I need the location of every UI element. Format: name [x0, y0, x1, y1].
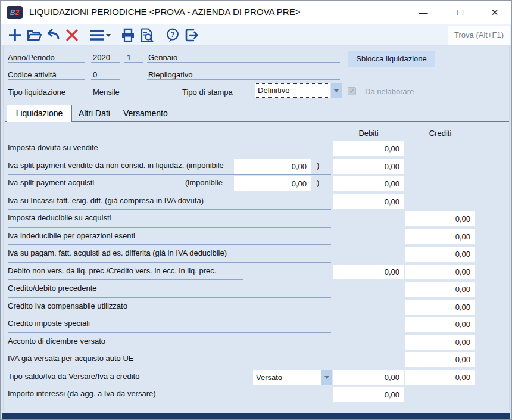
codice-attivita-label: Codice attività [8, 70, 57, 79]
row-label: Importo interessi (da agg. a Iva da vers… [8, 389, 156, 398]
print-icon[interactable] [118, 26, 138, 44]
field-underline [124, 62, 143, 63]
table-row: Iva su Incassi fatt. esig. diff. (già co… [1, 193, 512, 211]
maximize-button[interactable]: □ [450, 4, 470, 21]
row-label: Imposta deducibile su acquisti [8, 213, 111, 222]
find-button[interactable]: Trova (Alt+F1) [448, 26, 510, 45]
crediti-column-header: Crediti [405, 129, 475, 138]
paren-close: ) [317, 178, 319, 187]
svg-text:?: ? [170, 30, 174, 39]
table-row: IVA già versata per acquisto auto UE 0,0… [1, 351, 512, 369]
debiti-field[interactable]: 0,00 [333, 159, 404, 174]
tab-altri-dati[interactable]: Altri Dati [79, 108, 110, 118]
chevron-down-icon [106, 34, 111, 37]
mese-field[interactable]: Gennaio [148, 53, 177, 62]
crediti-field[interactable]: 0,00 [405, 300, 475, 315]
crediti-field[interactable]: 0,00 [405, 352, 475, 367]
row-label: Iva split payment vendite da non consid.… [8, 161, 233, 170]
table-row: Importo interessi (da agg. a Iva da vers… [1, 386, 512, 404]
close-button[interactable]: ✕ [485, 4, 505, 21]
delete-icon[interactable] [63, 26, 82, 44]
row-underline [8, 157, 331, 157]
table-row: Iva split payment vendite da non consid.… [1, 158, 512, 176]
row-underline [8, 227, 331, 228]
debiti-field[interactable]: 0,00 [333, 265, 404, 279]
tipo-stampa-dropdown[interactable]: Definitivo [255, 83, 330, 98]
chevron-down-icon[interactable] [321, 370, 332, 385]
undo-icon[interactable] [43, 26, 63, 44]
new-icon[interactable] [5, 26, 24, 44]
crediti-field[interactable]: 0,00 [405, 247, 475, 262]
row-label: Iva indeducibile per operazioni esenti [8, 231, 135, 240]
anno-field[interactable]: 2020 [93, 53, 110, 62]
crediti-field[interactable]: 0,00 [405, 229, 475, 244]
debiti-field[interactable]: 0,00 [333, 194, 404, 209]
chevron-down-icon[interactable] [331, 83, 342, 98]
sblocca-liquidazione-button[interactable]: Sblocca liquidazione [348, 51, 435, 67]
row-underline [8, 315, 331, 315]
window-title: LIQUIDAZIONI PERIODICHE <PROVA - AZIENDA… [29, 7, 300, 17]
field-underline [91, 97, 143, 97]
content-edge [3, 46, 4, 411]
crediti-field[interactable]: 0,00 [405, 370, 475, 385]
title-bar: B2 LIQUIDAZIONI PERIODICHE <PROVA - AZIE… [1, 1, 511, 24]
row-underline [8, 350, 331, 350]
periodo-field[interactable]: 1 [127, 53, 131, 62]
app-logo-icon: B2 [7, 6, 23, 19]
imponibile-field[interactable]: 0,00 [234, 176, 311, 191]
debiti-field[interactable]: 0,00 [333, 387, 404, 402]
field-underline [8, 97, 85, 97]
row-underline [8, 297, 331, 298]
row-label: Acconto di dicembre versato [8, 337, 105, 346]
minimize-button[interactable]: — [413, 4, 433, 21]
crediti-field[interactable]: 0,00 [405, 265, 475, 279]
row-label: Credito imposte speciali [8, 319, 90, 328]
crediti-field[interactable]: 0,00 [405, 317, 475, 332]
crediti-field[interactable]: 0,00 [405, 211, 475, 226]
open-folder-icon[interactable] [24, 26, 43, 44]
field-underline [91, 79, 120, 80]
table-row: Debito non vers. da liq. prec./Credito v… [1, 263, 512, 281]
tab-liquidazione[interactable]: Liquidazione [7, 105, 72, 122]
table-row: Iva split payment acquisti (imponibile 0… [1, 175, 512, 193]
row-underline [8, 332, 331, 333]
row-label: Iva split payment acquisti [8, 178, 94, 187]
app-window: B2 LIQUIDAZIONI PERIODICHE <PROVA - AZIE… [0, 0, 512, 420]
row-underline [8, 174, 331, 175]
table-row: Tipo saldo/Iva da Versare/Iva a credito … [1, 369, 512, 387]
tipo-liquidazione-field[interactable]: Mensile [93, 88, 120, 97]
bottom-status-bar [2, 413, 510, 419]
row-label-2: (imponibile [185, 178, 234, 187]
row-label: Credito Iva compensabile utilizzato [8, 301, 127, 310]
tipo-liquidazione-label: Tipo liquidazione [8, 88, 65, 97]
menu-icon[interactable] [88, 26, 112, 44]
tipo-saldo-dropdown[interactable]: Versato [253, 370, 321, 385]
crediti-field[interactable]: 0,00 [405, 335, 475, 350]
field-underline [91, 62, 120, 63]
exit-icon[interactable] [182, 26, 201, 44]
help-icon[interactable]: ? [163, 26, 182, 44]
imponibile-field[interactable]: 0,00 [234, 159, 311, 174]
field-underline [8, 62, 85, 63]
row-underline [8, 279, 243, 280]
toolbar-separator [115, 28, 115, 42]
table-row: Iva su pagam. fatt. acquisti ad es. diff… [1, 245, 512, 263]
paren-close: ) [317, 161, 319, 170]
table-row: Credito imposte speciali 0,00 [1, 316, 512, 334]
debiti-field[interactable]: 0,00 [333, 370, 404, 385]
print-preview-icon[interactable] [138, 26, 157, 44]
row-underline [8, 368, 331, 368]
table-row: Credito Iva compensabile utilizzato 0,00 [1, 298, 512, 316]
codice-desc-field[interactable]: Riepilogativo [148, 70, 192, 79]
debiti-field[interactable]: 0,00 [333, 141, 404, 156]
da-rielaborare-checkbox[interactable]: ✓ [348, 87, 356, 95]
row-underline [8, 192, 331, 192]
tab-versamento[interactable]: Versamento [123, 108, 168, 118]
tipo-stampa-label: Tipo di stampa [182, 88, 233, 97]
row-underline [8, 244, 331, 245]
row-label: Tipo saldo/Iva da Versare/Iva a credito [8, 372, 139, 381]
codice-attivita-field[interactable]: 0 [93, 70, 97, 79]
toolbar-separator [160, 28, 160, 42]
debiti-field[interactable]: 0,00 [333, 176, 404, 191]
crediti-field[interactable]: 0,00 [405, 282, 475, 297]
